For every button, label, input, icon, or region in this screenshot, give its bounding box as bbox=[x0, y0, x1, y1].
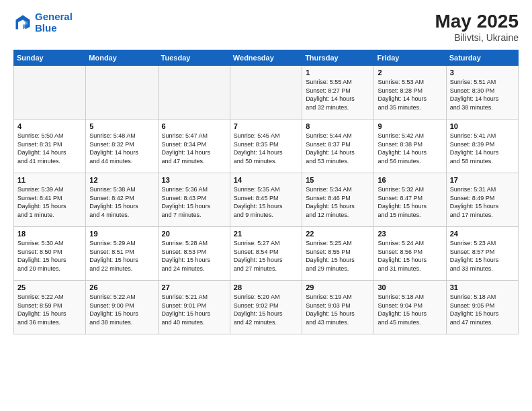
day-number: 15 bbox=[306, 176, 370, 184]
day-number: 18 bbox=[17, 230, 82, 238]
calendar-day-cell: 12Sunrise: 5:38 AMSunset: 8:42 PMDayligh… bbox=[86, 173, 158, 227]
day-number: 26 bbox=[89, 283, 154, 291]
weekday-header: Friday bbox=[374, 50, 446, 66]
day-info: Sunrise: 5:47 AMSunset: 8:34 PMDaylight:… bbox=[162, 132, 226, 165]
calendar-day-cell bbox=[14, 66, 86, 120]
calendar-day-cell: 16Sunrise: 5:32 AMSunset: 8:47 PMDayligh… bbox=[374, 173, 446, 227]
day-number: 11 bbox=[17, 176, 82, 184]
calendar-day-cell: 2Sunrise: 5:53 AMSunset: 8:28 PMDaylight… bbox=[374, 66, 446, 120]
calendar-week-row: 11Sunrise: 5:39 AMSunset: 8:41 PMDayligh… bbox=[14, 173, 519, 227]
title-block: May 2025 Bilivtsi, Ukraine bbox=[435, 11, 519, 43]
logo-icon bbox=[13, 13, 32, 32]
calendar-day-cell: 26Sunrise: 5:22 AMSunset: 9:00 PMDayligh… bbox=[86, 281, 158, 334]
calendar-day-cell: 15Sunrise: 5:34 AMSunset: 8:46 PMDayligh… bbox=[302, 173, 374, 227]
calendar-day-cell: 18Sunrise: 5:30 AMSunset: 8:50 PMDayligh… bbox=[14, 227, 86, 281]
day-number: 1 bbox=[306, 68, 370, 77]
day-info: Sunrise: 5:18 AMSunset: 9:04 PMDaylight:… bbox=[378, 293, 442, 326]
weekday-header: Wednesday bbox=[230, 50, 302, 66]
weekday-header: Sunday bbox=[14, 50, 86, 66]
calendar-header-row: SundayMondayTuesdayWednesdayThursdayFrid… bbox=[14, 50, 519, 66]
calendar-day-cell: 19Sunrise: 5:29 AMSunset: 8:51 PMDayligh… bbox=[86, 227, 158, 281]
day-info: Sunrise: 5:30 AMSunset: 8:50 PMDaylight:… bbox=[17, 239, 82, 273]
calendar-week-row: 25Sunrise: 5:22 AMSunset: 8:59 PMDayligh… bbox=[14, 281, 519, 334]
day-number: 19 bbox=[89, 230, 154, 238]
day-info: Sunrise: 5:39 AMSunset: 8:41 PMDaylight:… bbox=[17, 185, 82, 219]
day-number: 10 bbox=[450, 122, 515, 130]
calendar-subtitle: Bilivtsi, Ukraine bbox=[435, 32, 519, 43]
day-info: Sunrise: 5:41 AMSunset: 8:39 PMDaylight:… bbox=[450, 132, 515, 165]
weekday-header: Tuesday bbox=[158, 50, 230, 66]
day-info: Sunrise: 5:19 AMSunset: 9:03 PMDaylight:… bbox=[306, 293, 370, 326]
calendar-day-cell: 14Sunrise: 5:35 AMSunset: 8:45 PMDayligh… bbox=[230, 173, 302, 227]
day-number: 28 bbox=[234, 283, 298, 291]
calendar-day-cell: 28Sunrise: 5:20 AMSunset: 9:02 PMDayligh… bbox=[230, 281, 302, 334]
calendar-day-cell: 5Sunrise: 5:48 AMSunset: 8:32 PMDaylight… bbox=[86, 120, 158, 173]
calendar-day-cell: 9Sunrise: 5:42 AMSunset: 8:38 PMDaylight… bbox=[374, 120, 446, 173]
calendar-week-row: 1Sunrise: 5:55 AMSunset: 8:27 PMDaylight… bbox=[14, 66, 519, 120]
day-number: 5 bbox=[89, 122, 154, 130]
logo: General Blue bbox=[13, 11, 73, 34]
day-info: Sunrise: 5:20 AMSunset: 9:02 PMDaylight:… bbox=[234, 293, 298, 326]
day-number: 6 bbox=[162, 122, 226, 130]
day-number: 2 bbox=[378, 68, 442, 77]
day-number: 14 bbox=[234, 176, 298, 184]
calendar-title: May 2025 bbox=[435, 11, 519, 32]
calendar-day-cell bbox=[86, 66, 158, 120]
calendar-day-cell: 8Sunrise: 5:44 AMSunset: 8:37 PMDaylight… bbox=[302, 120, 374, 173]
calendar-day-cell: 30Sunrise: 5:18 AMSunset: 9:04 PMDayligh… bbox=[374, 281, 446, 334]
calendar-day-cell: 10Sunrise: 5:41 AMSunset: 8:39 PMDayligh… bbox=[446, 120, 518, 173]
day-info: Sunrise: 5:28 AMSunset: 8:53 PMDaylight:… bbox=[162, 239, 226, 273]
day-info: Sunrise: 5:44 AMSunset: 8:37 PMDaylight:… bbox=[306, 132, 370, 165]
day-info: Sunrise: 5:53 AMSunset: 8:28 PMDaylight:… bbox=[378, 78, 442, 111]
day-number: 21 bbox=[234, 230, 298, 238]
day-info: Sunrise: 5:25 AMSunset: 8:55 PMDaylight:… bbox=[306, 239, 370, 273]
calendar-day-cell: 20Sunrise: 5:28 AMSunset: 8:53 PMDayligh… bbox=[158, 227, 230, 281]
logo-text: General Blue bbox=[35, 11, 73, 34]
day-number: 17 bbox=[450, 176, 515, 184]
day-number: 24 bbox=[450, 230, 515, 238]
day-number: 23 bbox=[378, 230, 442, 238]
day-info: Sunrise: 5:18 AMSunset: 9:05 PMDaylight:… bbox=[450, 293, 515, 326]
day-number: 12 bbox=[89, 176, 154, 184]
day-number: 25 bbox=[17, 283, 82, 291]
day-info: Sunrise: 5:48 AMSunset: 8:32 PMDaylight:… bbox=[89, 132, 154, 165]
day-number: 22 bbox=[306, 230, 370, 238]
calendar-day-cell: 25Sunrise: 5:22 AMSunset: 8:59 PMDayligh… bbox=[14, 281, 86, 334]
calendar-day-cell: 7Sunrise: 5:45 AMSunset: 8:35 PMDaylight… bbox=[230, 120, 302, 173]
calendar-day-cell: 24Sunrise: 5:23 AMSunset: 8:57 PMDayligh… bbox=[446, 227, 518, 281]
day-info: Sunrise: 5:22 AMSunset: 8:59 PMDaylight:… bbox=[17, 293, 82, 326]
weekday-header: Saturday bbox=[446, 50, 518, 66]
calendar-day-cell: 6Sunrise: 5:47 AMSunset: 8:34 PMDaylight… bbox=[158, 120, 230, 173]
day-info: Sunrise: 5:29 AMSunset: 8:51 PMDaylight:… bbox=[89, 239, 154, 273]
day-number: 31 bbox=[450, 283, 515, 291]
calendar-day-cell: 27Sunrise: 5:21 AMSunset: 9:01 PMDayligh… bbox=[158, 281, 230, 334]
weekday-header: Thursday bbox=[302, 50, 374, 66]
day-number: 4 bbox=[17, 122, 82, 130]
calendar-week-row: 4Sunrise: 5:50 AMSunset: 8:31 PMDaylight… bbox=[14, 120, 519, 173]
day-number: 13 bbox=[162, 176, 226, 184]
day-info: Sunrise: 5:45 AMSunset: 8:35 PMDaylight:… bbox=[234, 132, 298, 165]
day-info: Sunrise: 5:23 AMSunset: 8:57 PMDaylight:… bbox=[450, 239, 515, 273]
day-info: Sunrise: 5:50 AMSunset: 8:31 PMDaylight:… bbox=[17, 132, 82, 165]
weekday-header: Monday bbox=[86, 50, 158, 66]
calendar-day-cell: 17Sunrise: 5:31 AMSunset: 8:49 PMDayligh… bbox=[446, 173, 518, 227]
calendar-day-cell: 13Sunrise: 5:36 AMSunset: 8:43 PMDayligh… bbox=[158, 173, 230, 227]
calendar-day-cell: 21Sunrise: 5:27 AMSunset: 8:54 PMDayligh… bbox=[230, 227, 302, 281]
calendar-week-row: 18Sunrise: 5:30 AMSunset: 8:50 PMDayligh… bbox=[14, 227, 519, 281]
day-info: Sunrise: 5:38 AMSunset: 8:42 PMDaylight:… bbox=[89, 185, 154, 219]
day-number: 7 bbox=[234, 122, 298, 130]
day-number: 27 bbox=[162, 283, 226, 291]
calendar-day-cell: 1Sunrise: 5:55 AMSunset: 8:27 PMDaylight… bbox=[302, 66, 374, 120]
day-number: 8 bbox=[306, 122, 370, 130]
day-info: Sunrise: 5:51 AMSunset: 8:30 PMDaylight:… bbox=[450, 78, 515, 111]
day-info: Sunrise: 5:42 AMSunset: 8:38 PMDaylight:… bbox=[378, 132, 442, 165]
calendar-day-cell: 31Sunrise: 5:18 AMSunset: 9:05 PMDayligh… bbox=[446, 281, 518, 334]
calendar-day-cell: 29Sunrise: 5:19 AMSunset: 9:03 PMDayligh… bbox=[302, 281, 374, 334]
day-number: 30 bbox=[378, 283, 442, 291]
day-info: Sunrise: 5:32 AMSunset: 8:47 PMDaylight:… bbox=[378, 185, 442, 219]
day-info: Sunrise: 5:24 AMSunset: 8:56 PMDaylight:… bbox=[378, 239, 442, 273]
calendar-table: SundayMondayTuesdayWednesdayThursdayFrid… bbox=[13, 50, 519, 334]
calendar-day-cell: 4Sunrise: 5:50 AMSunset: 8:31 PMDaylight… bbox=[14, 120, 86, 173]
day-info: Sunrise: 5:36 AMSunset: 8:43 PMDaylight:… bbox=[162, 185, 226, 219]
day-info: Sunrise: 5:22 AMSunset: 9:00 PMDaylight:… bbox=[89, 293, 154, 326]
